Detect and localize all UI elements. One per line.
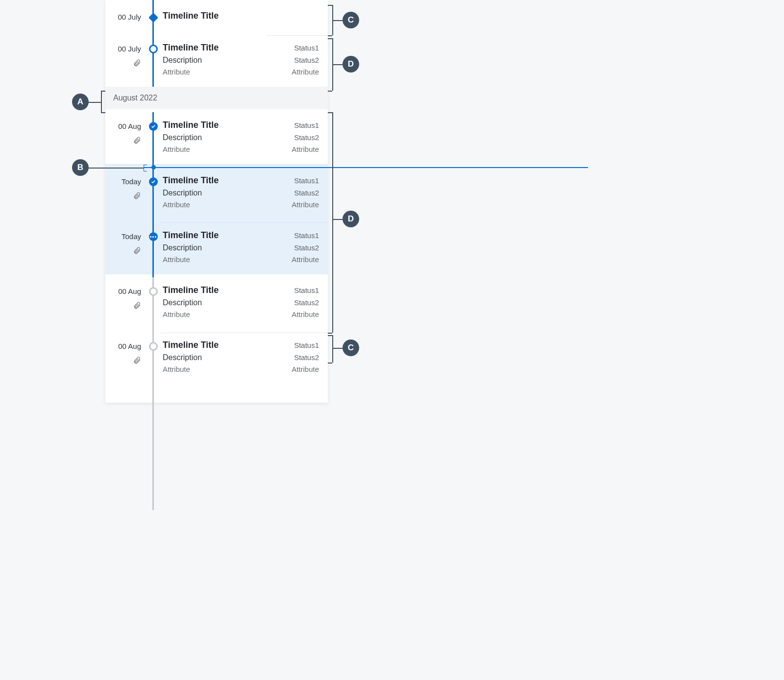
annotation-connector bbox=[332, 64, 343, 65]
annotation-connector bbox=[101, 91, 102, 112]
timeline-item[interactable]: Today Timeline TitleStatus1 DescriptionS… bbox=[105, 164, 328, 219]
annotation-connector bbox=[89, 168, 144, 169]
timeline-date: Today bbox=[105, 232, 141, 241]
paperclip-icon bbox=[105, 301, 141, 311]
annotation-connector bbox=[328, 363, 332, 364]
annotation-connector bbox=[101, 91, 105, 92]
timeline-date: Today bbox=[105, 177, 141, 186]
annotation-connector bbox=[89, 102, 101, 103]
annotation-bubble-b: B bbox=[72, 159, 89, 176]
paperclip-icon bbox=[105, 246, 141, 256]
timeline-attribute: Attribute bbox=[292, 365, 319, 373]
timeline-title: Timeline Title bbox=[163, 230, 219, 241]
timeline-description: Description bbox=[163, 353, 202, 362]
status-text: Status2 bbox=[294, 298, 319, 307]
status-text: Status1 bbox=[294, 231, 319, 240]
timeline-description: Description bbox=[163, 133, 202, 142]
timeline-item[interactable]: Today ••• Timeline TitleStatus1 Descript… bbox=[105, 219, 328, 274]
annotation-bubble-c: C bbox=[343, 340, 359, 356]
timeline-panel: 00 July Timeline Title 00 July Timeline … bbox=[105, 0, 328, 403]
timeline-title: Timeline Title bbox=[163, 340, 219, 350]
timeline-date: 00 July bbox=[105, 13, 141, 21]
status-text: Status1 bbox=[294, 176, 319, 185]
timeline-attribute: Attribute bbox=[163, 365, 190, 373]
annotation-connector bbox=[328, 38, 332, 39]
annotation-connector bbox=[328, 333, 332, 334]
annotation-connector bbox=[332, 20, 343, 21]
timeline-item[interactable]: 00 July Timeline Title bbox=[105, 0, 328, 32]
timeline-description: Description bbox=[163, 56, 202, 65]
open-node-icon bbox=[149, 287, 158, 296]
annotation-bubble-d: D bbox=[343, 56, 359, 73]
annotation-connector bbox=[101, 112, 105, 113]
timeline-title: Timeline Title bbox=[163, 285, 219, 295]
timeline-attribute: Attribute bbox=[292, 200, 319, 209]
timeline-group-header: August 2022 bbox=[105, 87, 328, 109]
annotation-connector bbox=[332, 38, 333, 91]
status-text: Status2 bbox=[294, 56, 319, 64]
status-text: Status2 bbox=[294, 243, 319, 252]
timeline-attribute: Attribute bbox=[163, 68, 190, 76]
check-node-icon bbox=[149, 122, 158, 131]
timeline-description: Description bbox=[163, 243, 202, 252]
divider bbox=[266, 35, 328, 36]
timeline-date: 00 July bbox=[105, 45, 141, 53]
annotation-connector bbox=[332, 112, 333, 333]
timeline-attribute: Attribute bbox=[163, 145, 190, 153]
timeline-item[interactable]: 00 Aug Timeline TitleStatus1 Description… bbox=[105, 109, 328, 164]
timeline-attribute: Attribute bbox=[292, 310, 319, 318]
annotation-connector bbox=[328, 335, 332, 336]
open-node-icon bbox=[149, 45, 158, 53]
status-text: Status1 bbox=[294, 341, 319, 349]
ellipsis-node-icon: ••• bbox=[149, 232, 158, 241]
annotation-connector bbox=[328, 112, 332, 113]
timeline-date: 00 Aug bbox=[105, 287, 141, 295]
timeline-title: Timeline Title bbox=[163, 175, 219, 186]
timeline-attribute: Attribute bbox=[163, 200, 190, 209]
timeline-attribute: Attribute bbox=[292, 145, 319, 153]
paperclip-icon bbox=[105, 136, 141, 146]
annotation-connector bbox=[328, 91, 332, 92]
timeline-track bbox=[152, 277, 154, 510]
timeline-item[interactable]: 00 Aug Timeline TitleStatus1 Description… bbox=[105, 274, 328, 329]
annotation-bubble-c: C bbox=[343, 12, 359, 28]
check-node-icon bbox=[149, 177, 158, 186]
diamond-node-icon bbox=[148, 13, 158, 23]
status-text: Status2 bbox=[294, 189, 319, 197]
timeline-attribute: Attribute bbox=[163, 310, 190, 318]
paperclip-icon bbox=[105, 192, 141, 201]
timeline-title: Timeline Title bbox=[163, 43, 219, 53]
status-text: Status1 bbox=[294, 121, 319, 129]
status-text: Status1 bbox=[294, 286, 319, 294]
open-node-icon bbox=[149, 342, 158, 351]
annotation-bubble-d: D bbox=[343, 211, 359, 227]
annotation-connector bbox=[328, 35, 332, 36]
annotation-connector bbox=[328, 5, 332, 6]
annotation-connector bbox=[332, 219, 343, 220]
timeline-attribute: Attribute bbox=[292, 255, 319, 264]
today-marker bbox=[144, 167, 588, 168]
timeline-description: Description bbox=[163, 298, 202, 307]
paperclip-icon bbox=[105, 59, 141, 69]
divider bbox=[161, 222, 328, 223]
timeline-item[interactable]: 00 July Timeline TitleStatus1 Descriptio… bbox=[105, 32, 328, 87]
timeline-track bbox=[152, 112, 154, 277]
annotation-connector bbox=[332, 348, 343, 349]
annotation-connector bbox=[332, 335, 333, 363]
timeline-item[interactable]: 00 Aug Timeline TitleStatus1 Description… bbox=[105, 329, 328, 403]
timeline-date: 00 Aug bbox=[105, 342, 141, 350]
annotation-connector bbox=[332, 5, 333, 35]
status-text: Status1 bbox=[294, 44, 319, 52]
status-text: Status2 bbox=[294, 353, 319, 362]
paperclip-icon bbox=[105, 356, 141, 366]
timeline-title: Timeline Title bbox=[163, 11, 219, 21]
timeline-description: Description bbox=[163, 189, 202, 197]
timeline-attribute: Attribute bbox=[163, 255, 190, 264]
divider bbox=[161, 333, 328, 333]
status-text: Status2 bbox=[294, 133, 319, 142]
annotation-bubble-a: A bbox=[72, 94, 89, 110]
timeline-date: 00 Aug bbox=[105, 122, 141, 130]
timeline-attribute: Attribute bbox=[292, 68, 319, 76]
timeline-title: Timeline Title bbox=[163, 120, 219, 130]
